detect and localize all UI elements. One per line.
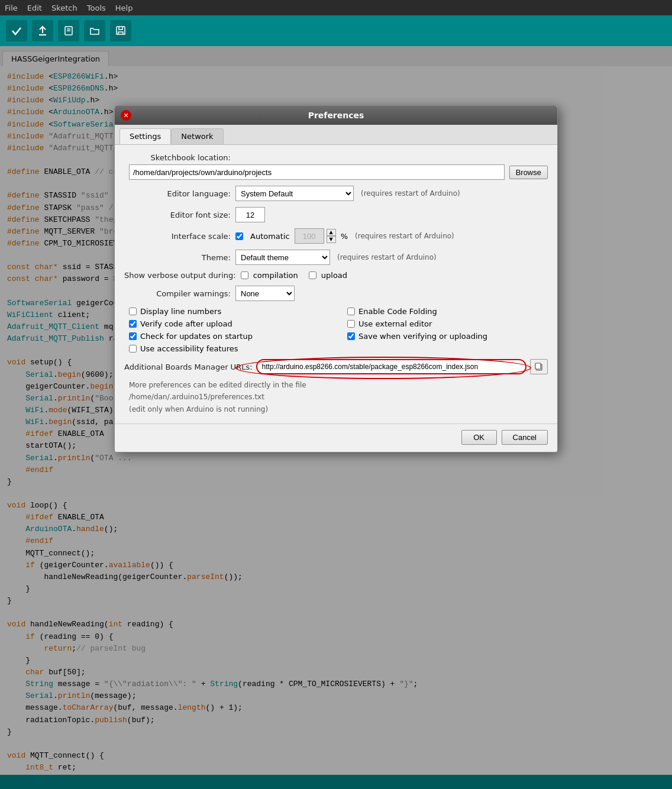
editor-language-select[interactable]: System Default [235, 186, 354, 201]
theme-select[interactable]: Default theme [235, 250, 330, 265]
menu-edit[interactable]: Edit [27, 4, 42, 12]
menu-help[interactable]: Help [115, 4, 133, 12]
preferences-content: Sketchbook location: Browse Editor langu… [115, 145, 557, 423]
checkbox-check-updates: Check for updates on startup [129, 332, 329, 341]
checkbox-accessibility: Use accessibility features [129, 344, 329, 353]
preferences-tabs: Settings Network [115, 125, 557, 145]
display-line-numbers-label: Display line numbers [140, 307, 221, 316]
editor-language-note: (requires restart of Arduino) [361, 189, 460, 198]
external-editor-label: Use external editor [358, 319, 432, 328]
boards-manager-label: Additional Boards Manager URLs: [124, 363, 253, 371]
accessibility-checkbox[interactable] [129, 345, 137, 353]
verify-code-label: Verify code after upload [140, 319, 232, 328]
external-editor-checkbox[interactable] [347, 320, 355, 328]
font-size-input[interactable] [235, 207, 265, 222]
compiler-warnings-select[interactable]: None [235, 286, 295, 301]
dialog-titlebar: ✕ Preferences [115, 106, 557, 125]
save-verifying-checkbox[interactable] [347, 332, 355, 340]
preferences-overlay: ✕ Preferences Settings Network Sketchboo… [0, 46, 672, 789]
editor-language-row: Editor language: System Default (require… [124, 186, 548, 201]
tab-settings[interactable]: Settings [119, 128, 171, 144]
boards-manager-row: Additional Boards Manager URLs: [124, 359, 548, 374]
verbose-output-label: Show verbose output during: [124, 271, 236, 280]
checkboxes-grid: Display line numbers Enable Code Folding… [124, 307, 548, 353]
menu-sketch[interactable]: Sketch [51, 4, 77, 12]
spin-up[interactable]: ▲ [327, 229, 336, 236]
upload-checkbox[interactable] [309, 271, 316, 279]
svg-rect-5 [535, 363, 541, 369]
interface-scale-input[interactable] [295, 228, 324, 244]
font-size-row: Editor font size: [124, 207, 548, 222]
editor-language-label: Editor language: [124, 189, 231, 198]
accessibility-label: Use accessibility features [140, 344, 238, 353]
check-updates-label: Check for updates on startup [140, 332, 253, 341]
enable-code-folding-checkbox[interactable] [347, 308, 355, 315]
check-updates-checkbox[interactable] [129, 332, 137, 340]
sketchbook-input-row: Browse [124, 164, 548, 180]
open-button[interactable] [84, 20, 105, 41]
menu-tools[interactable]: Tools [87, 4, 106, 12]
sketchbook-label: Sketchbook location: [124, 153, 231, 162]
spin-down[interactable]: ▼ [327, 236, 336, 243]
dialog-title: Preferences [131, 111, 541, 120]
interface-scale-unit: % [341, 232, 348, 241]
boards-manager-copy-button[interactable] [530, 359, 548, 374]
file-info-line3: (edit only when Arduino is not running) [129, 403, 548, 415]
file-info: More preferences can be edited directly … [124, 379, 548, 415]
interface-scale-auto-checkbox[interactable] [235, 232, 243, 240]
checkbox-display-line-numbers: Display line numbers [129, 307, 329, 316]
interface-scale-spinner[interactable]: ▲ ▼ [327, 229, 336, 243]
font-size-label: Editor font size: [124, 211, 231, 219]
close-icon[interactable]: ✕ [121, 110, 131, 121]
tab-network[interactable]: Network [171, 128, 223, 144]
checkbox-verify-code: Verify code after upload [129, 319, 329, 328]
theme-row: Theme: Default theme (requires restart o… [124, 250, 548, 265]
verify-code-checkbox[interactable] [129, 320, 137, 328]
compilation-checkbox[interactable] [241, 271, 248, 279]
save-verifying-label: Save when verifying or uploading [358, 332, 487, 341]
file-info-line2: /home/dan/.arduino15/preferences.txt [129, 391, 548, 403]
verify-button[interactable] [6, 20, 27, 41]
upload-button[interactable] [32, 20, 53, 41]
checkbox-save-verifying: Save when verifying or uploading [347, 332, 548, 341]
interface-scale-label: Interface scale: [124, 232, 231, 241]
browse-button[interactable]: Browse [509, 166, 548, 179]
checkbox-enable-code-folding: Enable Code Folding [347, 307, 548, 316]
ok-button[interactable]: OK [461, 430, 497, 445]
interface-scale-row: Interface scale: Automatic ▲ ▼ % (requir… [124, 228, 548, 244]
interface-scale-auto-label: Automatic [250, 232, 290, 241]
sketchbook-input[interactable] [129, 164, 505, 180]
compiler-warnings-row: Compiler warnings: None [124, 286, 548, 301]
compiler-warnings-label: Compiler warnings: [124, 289, 231, 298]
menu-bar: File Edit Sketch Tools Help [0, 0, 672, 15]
dialog-footer: OK Cancel [115, 423, 557, 452]
new-button[interactable] [58, 20, 79, 41]
boards-manager-wrapper: Additional Boards Manager URLs: [124, 359, 548, 374]
upload-label: upload [321, 271, 347, 280]
enable-code-folding-label: Enable Code Folding [358, 307, 437, 316]
compilation-label: compilation [253, 271, 298, 280]
save-button[interactable] [110, 20, 131, 41]
interface-scale-note: (requires restart of Arduino) [355, 232, 454, 240]
menu-file[interactable]: File [5, 4, 18, 12]
checkbox-external-editor: Use external editor [347, 319, 548, 328]
display-line-numbers-checkbox[interactable] [129, 308, 137, 315]
file-info-line1: More preferences can be edited directly … [129, 379, 548, 391]
theme-note: (requires restart of Arduino) [337, 253, 437, 261]
preferences-dialog: ✕ Preferences Settings Network Sketchboo… [114, 105, 558, 452]
toolbar [0, 15, 672, 46]
cancel-button[interactable]: Cancel [502, 430, 548, 445]
theme-label: Theme: [124, 253, 231, 262]
sketchbook-row: Sketchbook location: [124, 153, 548, 162]
verbose-output-row: Show verbose output during: compilation … [124, 271, 548, 280]
boards-manager-input[interactable] [256, 359, 526, 374]
